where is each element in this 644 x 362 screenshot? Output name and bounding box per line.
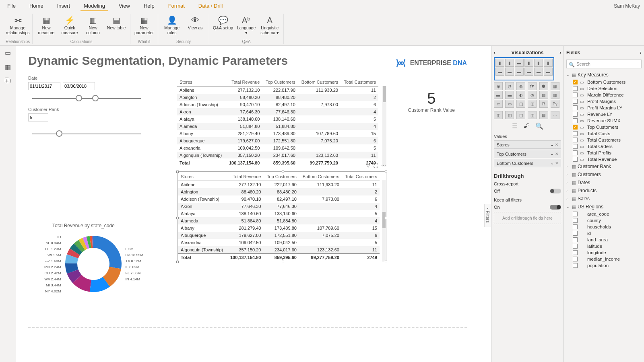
col-header[interactable]: Top Customers bbox=[262, 78, 297, 86]
menu-modeling[interactable]: Modeling bbox=[80, 1, 108, 11]
col-header[interactable]: Total Revenue bbox=[225, 78, 262, 86]
fields-table-sales[interactable]: ›▦Sales bbox=[566, 195, 642, 203]
field-checkbox[interactable] bbox=[573, 257, 578, 261]
field-profitmargins[interactable]: ▭Profit Margins bbox=[566, 98, 642, 105]
viz-type-icon[interactable]: ▬ bbox=[515, 59, 524, 67]
field-dateselection[interactable]: ▭Date Selection bbox=[566, 85, 642, 92]
col-header[interactable]: Total Customers bbox=[341, 78, 378, 86]
field-totalcustomers[interactable]: ▭Total Customers bbox=[566, 137, 642, 143]
viz-type-icon[interactable]: ▮ bbox=[534, 59, 543, 67]
field-checkbox[interactable] bbox=[573, 244, 578, 249]
stores-table-1[interactable]: StoresTotal RevenueTop CustomersBottom C… bbox=[177, 78, 378, 167]
ribbon-newmeasure[interactable]: ▦New measure bbox=[35, 14, 58, 36]
field-checkbox[interactable]: ✓ bbox=[573, 125, 578, 130]
col-header[interactable]: Total Customers bbox=[342, 173, 380, 181]
menu-view[interactable]: View bbox=[116, 1, 133, 11]
filters-tab[interactable]: ‹ Filters bbox=[484, 204, 491, 227]
table-row[interactable]: Alafaya138,140.60138,140.605 bbox=[177, 115, 378, 123]
remove-icon[interactable]: ✕ bbox=[555, 161, 558, 165]
rank-slicer[interactable]: Customer Rank bbox=[28, 107, 145, 134]
field-checkbox[interactable] bbox=[573, 237, 578, 242]
keep-filters-toggle[interactable] bbox=[550, 205, 561, 210]
analytics-icon[interactable]: 🔍 bbox=[535, 122, 543, 130]
field-checkbox[interactable] bbox=[573, 112, 578, 117]
col-header[interactable]: Total Revenue bbox=[227, 173, 263, 181]
date-slicer[interactable]: Date bbox=[28, 76, 145, 99]
col-header[interactable]: Stores bbox=[178, 173, 227, 181]
ribbon-quickmeasure[interactable]: ⚡Quick measure bbox=[58, 14, 81, 36]
viz-type-icon[interactable]: ◫ bbox=[516, 100, 525, 108]
field-topcustomers[interactable]: ✓▭Top Customers bbox=[566, 124, 642, 130]
menu-home[interactable]: Home bbox=[26, 1, 47, 11]
viz-type-icon[interactable]: 🗺 bbox=[528, 82, 537, 90]
field-checkbox[interactable] bbox=[573, 144, 578, 149]
field-latitude[interactable]: latitude bbox=[566, 243, 642, 249]
field-checkbox[interactable] bbox=[573, 138, 578, 142]
fields-table-customerrank[interactable]: ›▦Customer Rank bbox=[566, 162, 642, 171]
table-row[interactable]: Albany281,279.40173,489.80107,789.6015 bbox=[178, 224, 380, 232]
donut-chart[interactable]: Total Revenue by state_code IDAL 0.94MUT… bbox=[44, 223, 169, 296]
field-totalprofits[interactable]: ▭Total Profits bbox=[566, 150, 642, 156]
chevron-down-icon[interactable]: ⌄ bbox=[550, 151, 554, 156]
col-header[interactable]: Bottom Customers bbox=[298, 78, 341, 86]
viz-type-icon[interactable]: ▭ bbox=[505, 100, 514, 108]
table-row[interactable]: Algonquin (Township)357,150.20234,017.60… bbox=[178, 246, 380, 254]
viz-type-icon[interactable]: ▦ bbox=[551, 82, 559, 90]
viz-type-icon[interactable]: ◔ bbox=[528, 91, 537, 99]
ribbon-newtable[interactable]: ▤New table bbox=[105, 14, 128, 36]
menu-insert[interactable]: Insert bbox=[54, 1, 74, 11]
viz-type-icon[interactable]: ▦ bbox=[539, 111, 548, 119]
filter-icon[interactable]: ▽ bbox=[366, 163, 370, 169]
field-checkbox[interactable] bbox=[573, 131, 578, 136]
remove-icon[interactable]: ✕ bbox=[555, 142, 558, 147]
table-row[interactable]: Albuquerque179,627.00172,551.807,075.206 bbox=[177, 137, 378, 144]
rank-card[interactable]: 5 Customer Rank Value bbox=[408, 90, 455, 113]
viz-type-icon[interactable]: ▦ bbox=[551, 91, 559, 99]
field-checkbox[interactable] bbox=[573, 218, 578, 223]
field-checkbox[interactable] bbox=[573, 99, 578, 104]
field-median_income[interactable]: median_income bbox=[566, 256, 642, 262]
viz-type-icon[interactable]: ▬ bbox=[505, 68, 514, 76]
table-scrollbar[interactable] bbox=[382, 180, 386, 262]
viz-type-icon[interactable]: Py bbox=[551, 100, 559, 108]
viz-type-icon[interactable]: ▬ bbox=[494, 91, 503, 99]
col-header[interactable]: Top Customers bbox=[263, 173, 299, 181]
viz-type-icon[interactable]: ▬ bbox=[505, 91, 514, 99]
field-longitude[interactable]: longitude bbox=[566, 249, 642, 256]
viz-type-icon[interactable]: ▮ bbox=[505, 59, 514, 67]
col-header[interactable]: Bottom Customers bbox=[299, 173, 342, 181]
value-field-pill[interactable]: Stores⌄ ✕ bbox=[494, 140, 561, 149]
ribbon-newcolumn[interactable]: ▥New column bbox=[82, 14, 104, 36]
viz-type-icon[interactable]: ▬ bbox=[495, 68, 504, 76]
table-row[interactable]: Alameda51,884.8051,884.804 bbox=[178, 217, 380, 224]
field-population[interactable]: population bbox=[566, 262, 642, 269]
field-revenuesumx[interactable]: ▭Revenue SUMX bbox=[566, 117, 642, 124]
table-row[interactable]: Abilene277,132.10222,017.90111,930.2011 bbox=[178, 181, 380, 189]
table-row[interactable]: Addison (Township)90,470.1082,497.107,97… bbox=[178, 195, 380, 203]
chevron-down-icon[interactable]: ⌄ bbox=[550, 142, 554, 147]
field-checkbox[interactable] bbox=[573, 250, 578, 255]
field-id[interactable]: id bbox=[566, 230, 642, 237]
viz-type-icon[interactable]: ▮ bbox=[495, 59, 504, 67]
field-checkbox[interactable] bbox=[573, 93, 578, 97]
fields-table-customers[interactable]: ›▦Customers bbox=[566, 171, 642, 179]
viz-type-icon[interactable]: ◍ bbox=[516, 82, 525, 90]
date-slider[interactable] bbox=[32, 98, 141, 99]
field-totalcosts[interactable]: ▭Total Costs bbox=[566, 130, 642, 137]
menu-help[interactable]: Help bbox=[140, 1, 158, 11]
viz-type-icon[interactable]: ▬ bbox=[544, 68, 553, 76]
field-margindifference[interactable]: ▭Margin Difference bbox=[566, 92, 642, 98]
data-view-icon[interactable]: ▦ bbox=[5, 63, 11, 71]
field-checkbox[interactable] bbox=[573, 263, 578, 268]
remove-icon[interactable]: ✕ bbox=[555, 152, 558, 156]
model-view-icon[interactable]: ⿻ bbox=[5, 77, 11, 84]
chevron-down-icon[interactable]: ⌄ bbox=[550, 160, 554, 165]
table-row[interactable]: Abington88,480.2088,480.202 bbox=[178, 188, 380, 195]
ribbon-manageroles[interactable]: 👤Manage roles bbox=[161, 14, 183, 36]
fields-table-products[interactable]: ›▦Products bbox=[566, 187, 642, 195]
viz-type-icon[interactable]: ⬢ bbox=[539, 82, 548, 90]
field-land_area[interactable]: land_area bbox=[566, 237, 642, 243]
table-row[interactable]: Alafaya138,140.60138,140.605 bbox=[178, 210, 380, 217]
field-bottomcustomers[interactable]: ✓▭Bottom Customers bbox=[566, 79, 642, 85]
col-header[interactable]: Stores bbox=[177, 78, 225, 86]
